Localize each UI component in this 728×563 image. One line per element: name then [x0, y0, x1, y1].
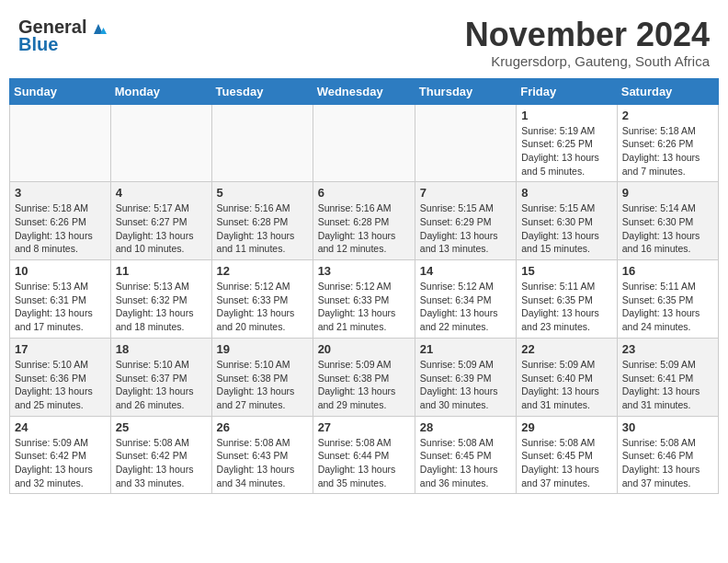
calendar-cell: 13Sunrise: 5:12 AMSunset: 6:33 PMDayligh…	[313, 260, 415, 339]
calendar-cell: 18Sunrise: 5:10 AMSunset: 6:37 PMDayligh…	[110, 338, 211, 416]
calendar-cell: 6Sunrise: 5:16 AMSunset: 6:28 PMDaylight…	[313, 182, 415, 260]
day-number: 27	[318, 420, 410, 434]
day-info: Sunrise: 5:09 AMSunset: 6:42 PMDaylight:…	[15, 436, 106, 490]
day-number: 22	[521, 342, 612, 356]
calendar-cell: 11Sunrise: 5:13 AMSunset: 6:32 PMDayligh…	[110, 260, 211, 339]
weekday-header-saturday: Saturday	[617, 78, 718, 104]
day-number: 13	[318, 264, 410, 278]
calendar-header-row: SundayMondayTuesdayWednesdayThursdayFrid…	[10, 78, 719, 104]
month-title: November 2024	[465, 17, 710, 53]
day-number: 11	[116, 264, 207, 278]
calendar-cell: 5Sunrise: 5:16 AMSunset: 6:28 PMDaylight…	[211, 182, 313, 260]
weekday-header-monday: Monday	[110, 78, 211, 104]
calendar-cell: 29Sunrise: 5:08 AMSunset: 6:45 PMDayligh…	[517, 416, 618, 494]
calendar-week-3: 10Sunrise: 5:13 AMSunset: 6:31 PMDayligh…	[10, 260, 719, 339]
day-info: Sunrise: 5:08 AMSunset: 6:42 PMDaylight:…	[116, 436, 207, 490]
logo-blue-text: Blue	[18, 34, 58, 55]
calendar-cell: 2Sunrise: 5:18 AMSunset: 6:26 PMDaylight…	[617, 104, 718, 182]
calendar-week-1: 1Sunrise: 5:19 AMSunset: 6:25 PMDaylight…	[10, 104, 719, 182]
title-area: November 2024 Krugersdorp, Gauteng, Sout…	[465, 17, 710, 69]
day-number: 8	[521, 186, 612, 200]
calendar-cell: 16Sunrise: 5:11 AMSunset: 6:35 PMDayligh…	[617, 260, 718, 339]
calendar-cell: 28Sunrise: 5:08 AMSunset: 6:45 PMDayligh…	[415, 416, 516, 494]
day-number: 5	[217, 186, 308, 200]
day-number: 21	[420, 342, 511, 356]
weekday-header-tuesday: Tuesday	[211, 78, 313, 104]
calendar-cell: 3Sunrise: 5:18 AMSunset: 6:26 PMDaylight…	[10, 182, 111, 260]
calendar-week-4: 17Sunrise: 5:10 AMSunset: 6:36 PMDayligh…	[10, 338, 719, 416]
day-number: 4	[116, 186, 207, 200]
calendar-cell: 26Sunrise: 5:08 AMSunset: 6:43 PMDayligh…	[211, 416, 313, 494]
calendar-cell: 30Sunrise: 5:08 AMSunset: 6:46 PMDayligh…	[617, 416, 718, 494]
weekday-header-wednesday: Wednesday	[313, 78, 415, 104]
day-number: 20	[318, 342, 410, 356]
day-number: 24	[15, 420, 106, 434]
calendar-cell: 21Sunrise: 5:09 AMSunset: 6:39 PMDayligh…	[415, 338, 516, 416]
day-number: 18	[116, 342, 207, 356]
calendar-cell: 12Sunrise: 5:12 AMSunset: 6:33 PMDayligh…	[211, 260, 313, 339]
day-number: 15	[521, 264, 612, 278]
calendar-cell	[110, 104, 211, 182]
day-info: Sunrise: 5:08 AMSunset: 6:45 PMDaylight:…	[420, 436, 511, 490]
day-info: Sunrise: 5:09 AMSunset: 6:38 PMDaylight:…	[318, 358, 410, 412]
day-info: Sunrise: 5:10 AMSunset: 6:38 PMDaylight:…	[217, 358, 308, 412]
calendar-cell: 15Sunrise: 5:11 AMSunset: 6:35 PMDayligh…	[517, 260, 618, 339]
day-info: Sunrise: 5:12 AMSunset: 6:33 PMDaylight:…	[217, 280, 308, 334]
calendar-cell	[10, 104, 111, 182]
calendar-cell: 1Sunrise: 5:19 AMSunset: 6:25 PMDaylight…	[517, 104, 618, 182]
day-number: 10	[15, 264, 106, 278]
day-info: Sunrise: 5:15 AMSunset: 6:29 PMDaylight:…	[420, 201, 511, 256]
calendar-cell	[313, 104, 415, 182]
day-info: Sunrise: 5:19 AMSunset: 6:25 PMDaylight:…	[521, 124, 612, 178]
calendar-cell: 24Sunrise: 5:09 AMSunset: 6:42 PMDayligh…	[10, 416, 111, 494]
day-info: Sunrise: 5:16 AMSunset: 6:28 PMDaylight:…	[217, 201, 308, 256]
day-number: 7	[420, 186, 511, 200]
calendar-cell: 25Sunrise: 5:08 AMSunset: 6:42 PMDayligh…	[110, 416, 211, 494]
day-info: Sunrise: 5:15 AMSunset: 6:30 PMDaylight:…	[521, 201, 612, 256]
calendar-cell: 7Sunrise: 5:15 AMSunset: 6:29 PMDaylight…	[415, 182, 516, 260]
day-info: Sunrise: 5:13 AMSunset: 6:31 PMDaylight:…	[15, 280, 106, 334]
day-number: 1	[521, 109, 612, 122]
calendar-cell: 14Sunrise: 5:12 AMSunset: 6:34 PMDayligh…	[415, 260, 516, 339]
day-number: 6	[318, 186, 410, 200]
day-number: 16	[622, 264, 713, 278]
calendar-cell: 20Sunrise: 5:09 AMSunset: 6:38 PMDayligh…	[313, 338, 415, 416]
calendar-cell: 9Sunrise: 5:14 AMSunset: 6:30 PMDaylight…	[617, 182, 718, 260]
day-number: 2	[622, 109, 713, 122]
day-number: 14	[420, 264, 511, 278]
day-info: Sunrise: 5:14 AMSunset: 6:30 PMDaylight:…	[622, 201, 713, 256]
day-info: Sunrise: 5:17 AMSunset: 6:27 PMDaylight:…	[116, 201, 207, 256]
day-number: 17	[15, 342, 106, 356]
day-number: 28	[420, 420, 511, 434]
logo: General Blue	[18, 17, 108, 55]
day-number: 23	[622, 342, 713, 356]
day-info: Sunrise: 5:16 AMSunset: 6:28 PMDaylight:…	[318, 201, 410, 256]
calendar-cell: 19Sunrise: 5:10 AMSunset: 6:38 PMDayligh…	[211, 338, 313, 416]
calendar-cell	[211, 104, 313, 182]
day-number: 26	[217, 420, 308, 434]
logo-icon	[88, 17, 108, 38]
day-number: 9	[622, 186, 713, 200]
day-info: Sunrise: 5:13 AMSunset: 6:32 PMDaylight:…	[116, 280, 207, 334]
day-number: 3	[15, 186, 106, 200]
day-number: 19	[217, 342, 308, 356]
day-number: 12	[217, 264, 308, 278]
calendar-cell: 23Sunrise: 5:09 AMSunset: 6:41 PMDayligh…	[617, 338, 718, 416]
calendar-week-2: 3Sunrise: 5:18 AMSunset: 6:26 PMDaylight…	[10, 182, 719, 260]
weekday-header-sunday: Sunday	[10, 78, 111, 104]
day-info: Sunrise: 5:09 AMSunset: 6:41 PMDaylight:…	[622, 358, 713, 412]
day-info: Sunrise: 5:18 AMSunset: 6:26 PMDaylight:…	[622, 124, 713, 178]
day-info: Sunrise: 5:10 AMSunset: 6:36 PMDaylight:…	[15, 358, 106, 412]
weekday-header-thursday: Thursday	[415, 78, 516, 104]
day-number: 25	[116, 420, 207, 434]
day-info: Sunrise: 5:09 AMSunset: 6:39 PMDaylight:…	[420, 358, 511, 412]
day-info: Sunrise: 5:12 AMSunset: 6:33 PMDaylight:…	[318, 280, 410, 334]
location-label: Krugersdorp, Gauteng, South Africa	[465, 53, 710, 69]
calendar-cell: 10Sunrise: 5:13 AMSunset: 6:31 PMDayligh…	[10, 260, 111, 339]
calendar-cell: 4Sunrise: 5:17 AMSunset: 6:27 PMDaylight…	[110, 182, 211, 260]
day-info: Sunrise: 5:08 AMSunset: 6:43 PMDaylight:…	[217, 436, 308, 490]
calendar-week-5: 24Sunrise: 5:09 AMSunset: 6:42 PMDayligh…	[10, 416, 719, 494]
calendar-cell: 8Sunrise: 5:15 AMSunset: 6:30 PMDaylight…	[517, 182, 618, 260]
day-info: Sunrise: 5:08 AMSunset: 6:44 PMDaylight:…	[318, 436, 410, 490]
calendar-cell: 17Sunrise: 5:10 AMSunset: 6:36 PMDayligh…	[10, 338, 111, 416]
